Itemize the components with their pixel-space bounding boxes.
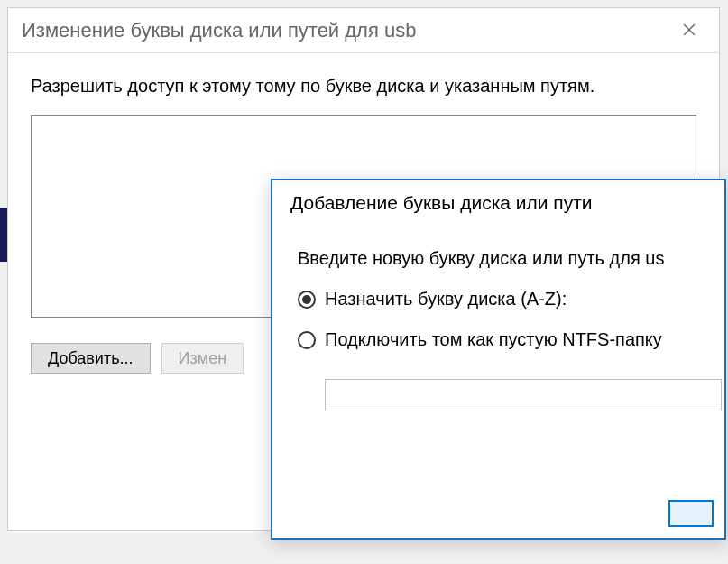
radio-icon-checked (298, 291, 316, 309)
sub-description: Введите новую букву диска или путь для u… (298, 248, 699, 269)
radio-mount-folder[interactable]: Подключить том как пустую NTFS-папку (298, 329, 699, 350)
main-dialog-title: Изменение буквы диска или путей для usb (22, 19, 416, 42)
radio-mount-folder-label: Подключить том как пустую NTFS-папку (325, 329, 662, 350)
left-decoration (0, 208, 7, 262)
sub-dialog-title: Добавление буквы диска или пути (290, 192, 593, 214)
sub-titlebar: Добавление буквы диска или пути (272, 180, 724, 226)
radio-assign-letter-label: Назначить букву диска (A-Z): (325, 289, 567, 310)
ok-button[interactable] (668, 500, 714, 527)
add-button[interactable]: Добавить... (31, 343, 151, 374)
radio-assign-letter[interactable]: Назначить букву диска (A-Z): (298, 289, 699, 310)
sub-dialog-body: Введите новую букву диска или путь для u… (272, 226, 724, 434)
main-titlebar: Изменение буквы диска или путей для usb (8, 8, 719, 53)
close-icon[interactable] (673, 14, 705, 47)
path-input[interactable] (325, 379, 722, 411)
main-description: Разрешить доступ к этому тому по букве д… (31, 76, 696, 97)
sub-dialog: Добавление буквы диска или пути Введите … (271, 179, 726, 540)
radio-icon-unchecked (298, 331, 316, 349)
change-button: Измен (161, 343, 244, 374)
